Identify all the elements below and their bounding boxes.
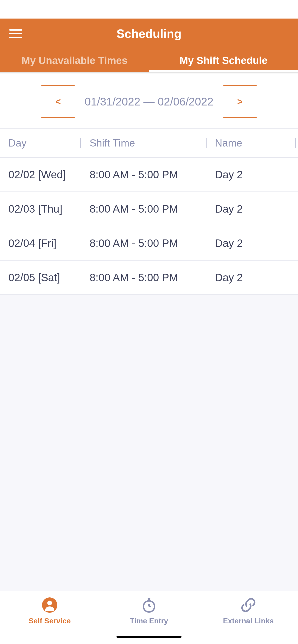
column-header-day: Day bbox=[0, 129, 81, 157]
week-selector: < 01/31/2022 — 02/06/2022 > bbox=[0, 74, 298, 128]
cell-name: Day 2 bbox=[207, 237, 298, 250]
nav-self-service[interactable]: Self Service bbox=[0, 597, 99, 644]
table-body: 02/02 [Wed] 8:00 AM - 5:00 PM Day 2 02/0… bbox=[0, 158, 298, 295]
link-icon bbox=[240, 597, 257, 614]
nav-external-links[interactable]: External Links bbox=[199, 597, 298, 644]
cell-day: 02/05 [Sat] bbox=[0, 271, 81, 284]
cell-day: 02/02 [Wed] bbox=[0, 168, 81, 181]
tab-label: My Shift Schedule bbox=[180, 55, 267, 66]
cell-shift-time: 8:00 AM - 5:00 PM bbox=[81, 168, 207, 181]
week-range: 01/31/2022 — 02/06/2022 bbox=[85, 95, 213, 108]
chevron-left-icon: < bbox=[56, 96, 61, 107]
cell-day: 02/04 [Fri] bbox=[0, 237, 81, 250]
cell-name: Day 2 bbox=[207, 271, 298, 284]
page-title: Scheduling bbox=[0, 27, 298, 40]
prev-week-button[interactable]: < bbox=[41, 85, 75, 118]
tab-unavailable-times[interactable]: My Unavailable Times bbox=[0, 49, 149, 72]
cell-day: 02/03 [Thu] bbox=[0, 202, 81, 215]
table-row[interactable]: 02/02 [Wed] 8:00 AM - 5:00 PM Day 2 bbox=[0, 158, 298, 192]
next-week-button[interactable]: > bbox=[223, 85, 257, 118]
cell-shift-time: 8:00 AM - 5:00 PM bbox=[81, 237, 207, 250]
nav-label: External Links bbox=[223, 617, 274, 625]
empty-area bbox=[0, 295, 298, 591]
cell-shift-time: 8:00 AM - 5:00 PM bbox=[81, 202, 207, 215]
status-bar bbox=[0, 0, 298, 18]
stopwatch-icon bbox=[141, 597, 157, 614]
menu-icon[interactable] bbox=[9, 27, 22, 40]
cell-name: Day 2 bbox=[207, 168, 298, 181]
column-header-shift-time: Shift Time bbox=[81, 129, 207, 157]
person-icon bbox=[41, 597, 58, 614]
column-header-name: Name bbox=[207, 129, 298, 157]
tabs: My Unavailable Times My Shift Schedule bbox=[0, 49, 298, 72]
app-header: Scheduling My Unavailable Times My Shift… bbox=[0, 18, 298, 72]
home-indicator bbox=[117, 636, 181, 638]
cell-shift-time: 8:00 AM - 5:00 PM bbox=[81, 271, 207, 284]
table-row[interactable]: 02/04 [Fri] 8:00 AM - 5:00 PM Day 2 bbox=[0, 226, 298, 260]
table-header: Day Shift Time Name bbox=[0, 128, 298, 158]
table-row[interactable]: 02/03 [Thu] 8:00 AM - 5:00 PM Day 2 bbox=[0, 192, 298, 226]
tab-label: My Unavailable Times bbox=[22, 55, 128, 66]
nav-label: Time Entry bbox=[130, 617, 168, 625]
svg-point-1 bbox=[47, 601, 52, 605]
nav-label: Self Service bbox=[29, 617, 71, 625]
tab-shift-schedule[interactable]: My Shift Schedule bbox=[149, 49, 298, 72]
table-row[interactable]: 02/05 [Sat] 8:00 AM - 5:00 PM Day 2 bbox=[0, 260, 298, 295]
cell-name: Day 2 bbox=[207, 202, 298, 215]
chevron-right-icon: > bbox=[237, 96, 242, 107]
